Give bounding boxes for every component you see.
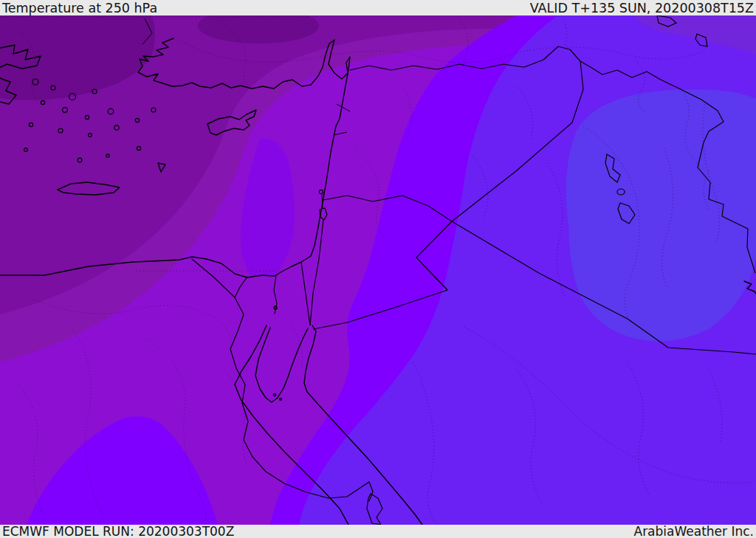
- header-bar: Temperature at 250 hPa VALID T+135 SUN, …: [0, 0, 756, 15]
- page-title: Temperature at 250 hPa: [2, 1, 157, 15]
- credit-label: ArabiaWeather Inc.: [634, 525, 755, 538]
- map-canvas: [0, 15, 756, 525]
- model-run-label: ECMWF MODEL RUN: 20200303T00Z: [2, 525, 234, 538]
- footer-bar: ECMWF MODEL RUN: 20200303T00Z ArabiaWeat…: [0, 525, 756, 538]
- temperature-bands: [0, 15, 756, 525]
- valid-time-label: VALID T+135 SUN, 20200308T15Z: [530, 1, 754, 15]
- weather-chart-window: Temperature at 250 hPa VALID T+135 SUN, …: [0, 0, 756, 538]
- weather-map: [0, 15, 756, 525]
- band-light-blue-violet-core: [566, 89, 756, 342]
